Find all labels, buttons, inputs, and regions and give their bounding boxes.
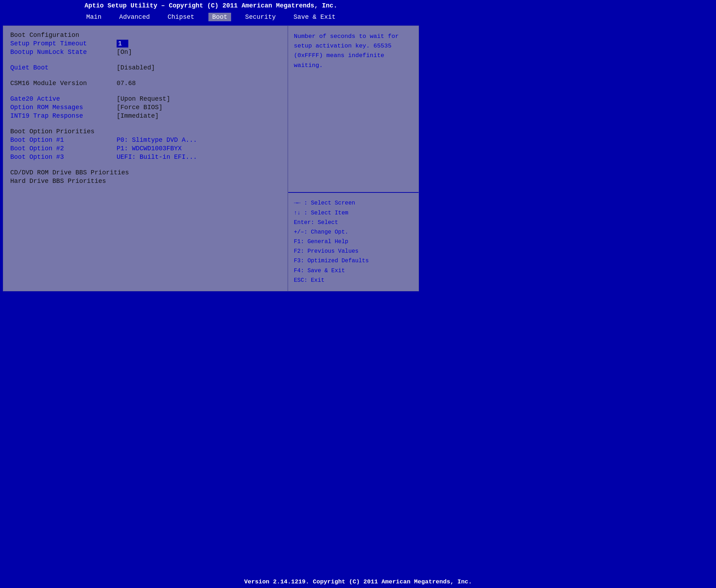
- hdd-label[interactable]: Hard Drive BBS Priorities: [10, 178, 106, 185]
- menu-item-save-exit[interactable]: Save & Exit: [290, 13, 339, 21]
- int19-label[interactable]: INT19 Trap Response: [10, 112, 117, 119]
- menu-item-security[interactable]: Security: [242, 13, 279, 21]
- setup-prompt-value[interactable]: 1: [117, 40, 128, 47]
- title-text: Aptio Setup Utility – Copyright (C) 2011…: [85, 2, 337, 9]
- left-panel: Boot Configuration Setup Prompt Timeout …: [3, 26, 288, 291]
- hint-select-screen: →← : Select Screen: [294, 198, 413, 208]
- cddvd-label[interactable]: CD/DVD ROM Drive BBS Priorities: [10, 169, 129, 176]
- boot3-value[interactable]: UEFI: Built-in EFI...: [117, 153, 197, 161]
- bootup-numlock-value[interactable]: [On]: [117, 49, 132, 56]
- boot-priorities-label: Boot Option Priorities: [10, 128, 280, 135]
- int19-value[interactable]: [Immediate]: [117, 112, 159, 119]
- boot3-label[interactable]: Boot Option #3: [10, 153, 117, 161]
- gate20-label[interactable]: Gate20 Active: [10, 95, 117, 102]
- menu-item-main[interactable]: Main: [83, 13, 105, 21]
- menu-bar: Main Advanced Chipset Boot Security Save…: [0, 11, 422, 23]
- quiet-boot-value[interactable]: [Disabled]: [117, 64, 155, 71]
- hint-f1-help: F1: General Help: [294, 237, 413, 247]
- gate20-value[interactable]: [Upon Request]: [117, 95, 170, 102]
- hint-f2-values: F2: Previous Values: [294, 247, 413, 256]
- boot1-value[interactable]: P0: Slimtype DVD A...: [117, 136, 197, 144]
- boot2-label[interactable]: Boot Option #2: [10, 145, 117, 152]
- menu-item-chipset[interactable]: Chipset: [164, 13, 198, 21]
- boot1-label[interactable]: Boot Option #1: [10, 136, 117, 144]
- right-panel: Number of seconds to wait for setup acti…: [288, 26, 419, 291]
- option-rom-value[interactable]: [Force BIOS]: [117, 104, 163, 111]
- hint-change-opt: +/–: Change Opt.: [294, 228, 413, 237]
- hint-esc-exit: ESC: Exit: [294, 276, 413, 285]
- csm-value: 07.68: [117, 80, 136, 87]
- boot-config-section-label: Boot Configuration: [10, 32, 280, 39]
- title-bar: Aptio Setup Utility – Copyright (C) 2011…: [0, 0, 422, 11]
- quiet-boot-label[interactable]: Quiet Boot: [10, 64, 117, 71]
- hint-select-item: ↑↓ : Select Item: [294, 208, 413, 218]
- right-bottom: →← : Select Screen ↑↓ : Select Item Ente…: [288, 193, 419, 291]
- setup-prompt-label[interactable]: Setup Prompt Timeout: [10, 40, 117, 47]
- csm-label: CSM16 Module Version: [10, 80, 117, 87]
- boot2-value[interactable]: P1: WDCWD1003FBYX: [117, 145, 182, 152]
- hint-enter-select: Enter: Select: [294, 218, 413, 228]
- menu-item-boot[interactable]: Boot: [208, 13, 231, 21]
- hint-f3-defaults: F3: Optimized Defaults: [294, 256, 413, 266]
- right-top: Number of seconds to wait for setup acti…: [288, 26, 419, 193]
- option-rom-label[interactable]: Option ROM Messages: [10, 104, 117, 111]
- menu-item-advanced[interactable]: Advanced: [116, 13, 153, 21]
- bootup-numlock-label[interactable]: Bootup NumLock State: [10, 49, 117, 56]
- hint-f4-save: F4: Save & Exit: [294, 266, 413, 276]
